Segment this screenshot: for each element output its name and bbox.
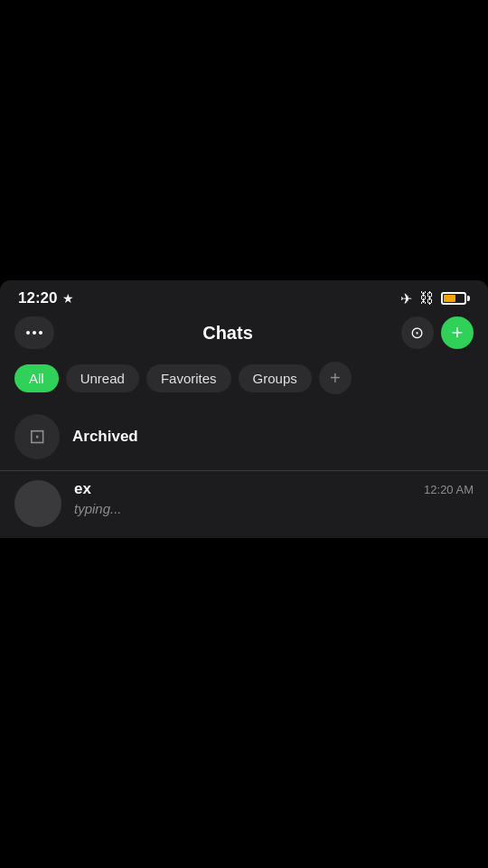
dots-icon bbox=[26, 331, 42, 335]
tab-all[interactable]: All bbox=[14, 364, 59, 392]
archive-icon: ⊡ bbox=[29, 425, 45, 448]
chat-preview: typing... bbox=[74, 501, 474, 516]
chat-time: 12:20 AM bbox=[424, 483, 474, 496]
filter-tabs: All Unread Favorites Groups + bbox=[0, 358, 488, 405]
status-right: ✈ ⛓ bbox=[400, 290, 470, 307]
page-title: Chats bbox=[202, 323, 253, 344]
camera-icon: ⊙ bbox=[410, 323, 424, 343]
add-filter-icon: + bbox=[330, 368, 341, 389]
chat-item-ex[interactable]: ex 12:20 AM typing... bbox=[0, 471, 488, 538]
star-icon: ★ bbox=[62, 291, 74, 306]
menu-button[interactable] bbox=[14, 316, 54, 349]
status-left: 12:20 ★ bbox=[18, 289, 74, 307]
chats-header: Chats ⊙ + bbox=[0, 313, 488, 358]
archive-icon-wrap: ⊡ bbox=[14, 414, 60, 459]
airplane-icon: ✈ bbox=[400, 290, 412, 307]
archived-label: Archived bbox=[72, 428, 138, 446]
add-filter-button[interactable]: + bbox=[319, 362, 352, 394]
camera-button[interactable]: ⊙ bbox=[401, 316, 434, 349]
header-actions: ⊙ + bbox=[401, 316, 474, 349]
tab-groups[interactable]: Groups bbox=[239, 364, 312, 392]
new-chat-button[interactable]: + bbox=[441, 316, 474, 349]
chat-content: ex 12:20 AM typing... bbox=[74, 480, 474, 516]
status-bar: 12:20 ★ ✈ ⛓ bbox=[0, 280, 488, 313]
chat-list: ⊡ Archived ex 12:20 AM typing... bbox=[0, 405, 488, 538]
tab-unread[interactable]: Unread bbox=[66, 364, 139, 392]
archived-row[interactable]: ⊡ Archived bbox=[0, 405, 488, 471]
battery-indicator bbox=[441, 292, 470, 305]
chat-name: ex bbox=[74, 480, 91, 498]
chat-top-row: ex 12:20 AM bbox=[74, 480, 474, 498]
avatar bbox=[14, 480, 61, 527]
link-icon: ⛓ bbox=[419, 290, 434, 307]
status-time: 12:20 bbox=[18, 289, 57, 307]
tab-favorites[interactable]: Favorites bbox=[146, 364, 231, 392]
plus-icon: + bbox=[452, 323, 464, 343]
